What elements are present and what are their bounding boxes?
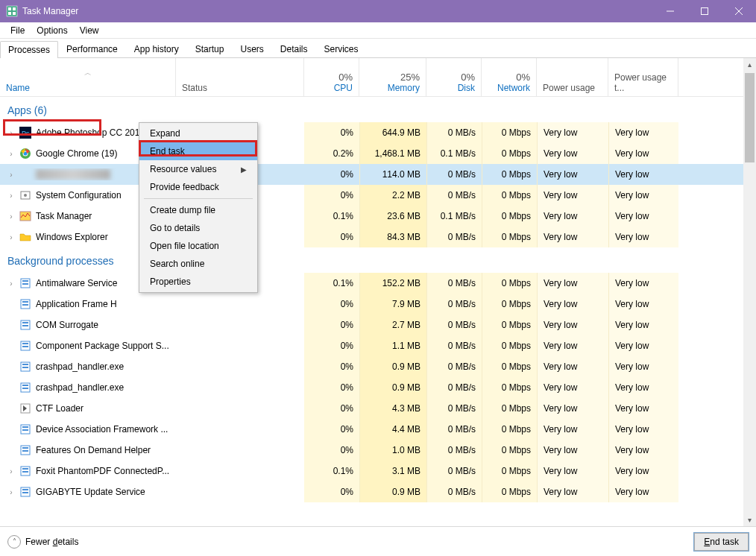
process-row[interactable]: ›Component Package Support S...0%1.1 MB0… (0, 335, 756, 356)
maximize-button[interactable] (687, 0, 722, 22)
col-memory[interactable]: 25%Memory (359, 58, 426, 96)
ctx-properties[interactable]: Properties (139, 273, 257, 291)
svg-rect-46 (22, 489, 28, 490)
process-row[interactable]: ›System Configuration0%2.2 MB0 MB/s0 Mbp… (0, 185, 756, 206)
cell-pu: Very low (537, 164, 608, 185)
svg-rect-18 (22, 280, 28, 282)
ctx-create-dump[interactable]: Create dump file (139, 201, 257, 219)
process-row[interactable]: ›COM Surrogate0%2.7 MB0 MB/s0 MbpsVery l… (0, 315, 756, 335)
svg-point-15 (24, 194, 27, 197)
svg-rect-44 (22, 471, 28, 473)
fewer-details-button[interactable]: ˄ Fewer details (7, 535, 78, 549)
tab-performance[interactable]: Performance (58, 40, 126, 57)
tab-users[interactable]: Users (232, 40, 271, 57)
expand-icon[interactable]: › (7, 467, 15, 476)
expand-icon[interactable]: › (7, 233, 15, 241)
process-row[interactable]: ›PsAdobe Photoshop CC 2014 (2)0%644.9 MB… (0, 122, 756, 143)
vertical-scrollbar[interactable]: ▴ ▾ (743, 58, 756, 526)
expand-icon[interactable]: › (7, 279, 15, 288)
cell-mem: 23.6 MB (359, 206, 426, 227)
ctx-search-online[interactable]: Search online (139, 255, 257, 273)
expand-icon[interactable]: › (7, 129, 15, 137)
tab-services[interactable]: Services (316, 40, 367, 57)
process-row[interactable]: ›Windows Explorer0%84.3 MB0 MB/s0 MbpsVe… (0, 227, 756, 247)
process-row[interactable]: ›crashpad_handler.exe0%0.9 MB0 MB/s0 Mbp… (0, 356, 756, 377)
expand-icon[interactable]: › (7, 171, 15, 179)
svg-rect-41 (22, 450, 28, 452)
process-row[interactable]: ›GIGABYTE Update Service0%0.9 MB0 MB/s0 … (0, 481, 756, 502)
cell-mem: 644.9 MB (359, 122, 426, 143)
cell-pu: Very low (537, 481, 608, 502)
col-status[interactable]: Status (176, 58, 304, 96)
scroll-up-icon[interactable]: ▴ (743, 58, 756, 71)
scroll-thumb[interactable] (745, 73, 755, 162)
col-name[interactable]: ︿ Name (0, 58, 176, 96)
ctx-open-file-location[interactable]: Open file location (139, 237, 257, 255)
cell-pu: Very low (537, 122, 608, 143)
cell-net: 0 Mbps (482, 164, 537, 185)
menu-file[interactable]: File (4, 24, 31, 37)
cell-net: 0 Mbps (482, 185, 537, 206)
col-power-trend[interactable]: Power usage t... (608, 58, 678, 96)
cell-pu: Very low (537, 335, 608, 356)
process-row[interactable]: ›0%114.0 MB0 MB/s0 MbpsVery lowVery low (0, 164, 756, 185)
tab-details[interactable]: Details (272, 40, 316, 57)
col-disk[interactable]: 0%Disk (426, 58, 482, 96)
cell-put: Very low (608, 440, 678, 461)
cell-disk: 0.1 MB/s (426, 206, 482, 227)
process-row[interactable]: ›crashpad_handler.exe0%0.9 MB0 MB/s0 Mbp… (0, 377, 756, 398)
cell-mem: 1.0 MB (359, 440, 426, 461)
process-row[interactable]: ›Features On Demand Helper0%1.0 MB0 MB/s… (0, 440, 756, 461)
titlebar[interactable]: Task Manager (0, 0, 756, 22)
col-cpu[interactable]: 0%CPU (304, 58, 359, 96)
cell-net: 0 Mbps (482, 206, 537, 227)
process-name: Component Package Support S... (36, 341, 169, 351)
expand-icon[interactable]: › (7, 212, 15, 221)
cell-pu: Very low (537, 143, 608, 164)
svg-rect-43 (22, 468, 28, 470)
sq-icon (19, 382, 31, 394)
expand-icon[interactable]: › (7, 488, 15, 496)
cell-pu: Very low (537, 206, 608, 227)
process-row[interactable]: ›Antimalware Service0.1%152.2 MB0 MB/s0 … (0, 273, 756, 294)
ctx-provide-feedback[interactable]: Provide feedback (139, 178, 257, 196)
cell-mem: 1.1 MB (359, 335, 426, 356)
menu-options[interactable]: Options (31, 24, 73, 37)
menu-view[interactable]: View (74, 24, 105, 37)
cell-mem: 84.3 MB (359, 227, 426, 247)
process-name: Application Frame H (36, 299, 117, 309)
process-row[interactable]: ›CTF Loader0%4.3 MB0 MB/s0 MbpsVery lowV… (0, 398, 756, 419)
scroll-down-icon[interactable]: ▾ (743, 514, 756, 526)
col-network[interactable]: 0%Network (482, 58, 537, 96)
cell-pu: Very low (537, 227, 608, 247)
process-row[interactable]: ›Foxit PhantomPDF ConnectedP...0.1%3.1 M… (0, 461, 756, 481)
minimize-button[interactable] (653, 0, 687, 22)
window-title: Task Manager (22, 6, 653, 16)
process-row[interactable]: ›Task Manager0.1%23.6 MB0.1 MB/s0 MbpsVe… (0, 206, 756, 227)
expand-icon[interactable]: › (7, 192, 15, 200)
cell-mem: 152.2 MB (359, 273, 426, 294)
col-power-usage[interactable]: Power usage (537, 58, 608, 96)
expand-icon[interactable]: › (7, 150, 15, 158)
cell-pu: Very low (537, 440, 608, 461)
chrome-icon (19, 148, 31, 159)
process-row[interactable]: ›Google Chrome (19)0.2%1,468.1 MB0.1 MB/… (0, 143, 756, 164)
tab-processes[interactable]: Processes (0, 41, 58, 58)
ctx-go-to-details[interactable]: Go to details (139, 219, 257, 237)
ctx-end-task[interactable]: End task (139, 142, 257, 160)
cell-put: Very low (608, 122, 678, 143)
cell-put: Very low (608, 227, 678, 247)
cell-cpu: 0.1% (304, 206, 359, 227)
process-row[interactable]: ›Device Association Framework ...0%4.4 M… (0, 419, 756, 440)
process-row[interactable]: ›Application Frame H0%7.9 MB0 MB/s0 Mbps… (0, 294, 756, 315)
app-icon (6, 5, 18, 17)
ctx-resource-values[interactable]: Resource values▶ (139, 160, 257, 178)
ctx-expand[interactable]: Expand (139, 124, 257, 142)
end-task-button[interactable]: End task (694, 533, 749, 551)
tab-startup[interactable]: Startup (187, 40, 233, 57)
tab-app-history[interactable]: App history (126, 40, 187, 57)
close-button[interactable] (722, 0, 756, 22)
cell-put: Very low (608, 419, 678, 440)
svg-rect-25 (22, 325, 28, 326)
cell-put: Very low (608, 143, 678, 164)
